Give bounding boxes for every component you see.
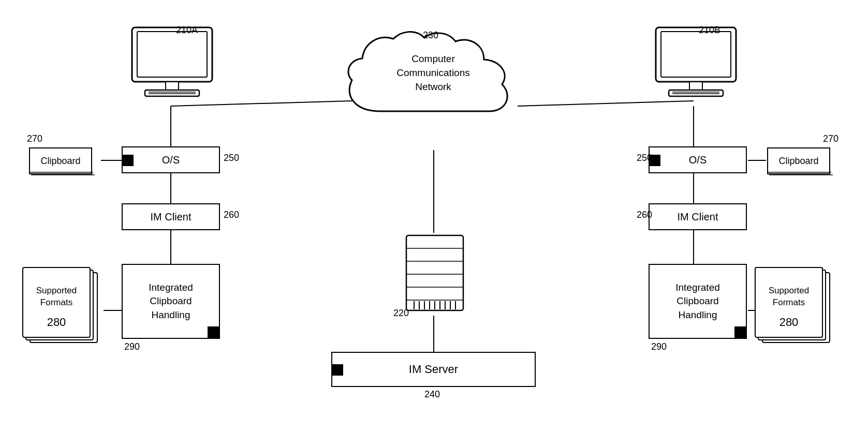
label-210a: 210A <box>176 25 198 36</box>
clipboard-b: Clipboard <box>765 145 840 178</box>
computer-b <box>645 23 746 106</box>
svg-text:Formats: Formats <box>40 297 72 307</box>
svg-text:Communications: Communications <box>396 67 470 78</box>
svg-text:Clipboard: Clipboard <box>40 156 80 166</box>
svg-rect-29 <box>406 235 463 310</box>
os-b-box: O/S <box>649 146 747 173</box>
ich-b-box: IntegratedClipboardHandling <box>649 264 747 339</box>
svg-rect-23 <box>669 90 723 96</box>
label-230: 230 <box>423 30 438 41</box>
label-250b: 250 <box>637 153 652 163</box>
label-270b: 270 <box>823 133 838 144</box>
svg-rect-21 <box>661 32 731 77</box>
ich-a-label: IntegratedClipboardHandling <box>149 281 193 322</box>
os-a-box: O/S <box>122 146 220 173</box>
im-server-label: IM Server <box>409 363 458 376</box>
svg-text:280: 280 <box>779 316 799 329</box>
label-290b: 290 <box>651 341 667 352</box>
ich-b-corner <box>734 326 746 338</box>
label-220: 220 <box>393 308 409 319</box>
network-cloud: Computer Communications Network <box>339 28 528 147</box>
svg-rect-17 <box>145 90 199 96</box>
label-240: 240 <box>424 389 440 400</box>
server-device-220 <box>401 233 468 320</box>
svg-text:Clipboard: Clipboard <box>778 156 818 166</box>
label-250a: 250 <box>224 153 239 163</box>
label-290a: 290 <box>124 341 140 352</box>
svg-text:Supported: Supported <box>36 286 77 295</box>
label-270a: 270 <box>27 133 42 144</box>
svg-text:280: 280 <box>47 316 66 329</box>
ich-b-label: IntegratedClipboardHandling <box>675 281 720 322</box>
label-210b: 210B <box>699 25 720 36</box>
clipboard-a: Clipboard <box>27 145 102 178</box>
os-a-label: O/S <box>162 154 180 166</box>
sf-b: Supported Formats 280 <box>753 266 838 351</box>
ich-a-box: IntegratedClipboardHandling <box>122 264 220 339</box>
computer-a <box>122 23 223 106</box>
diagram: 210A 210B Computer Communications Networ… <box>0 0 868 432</box>
os-b-label: O/S <box>689 154 707 166</box>
sf-a: Supported Formats 280 <box>21 266 106 351</box>
ich-a-corner <box>208 326 219 338</box>
svg-text:Formats: Formats <box>773 297 805 307</box>
im-client-b-box: IM Client <box>649 203 747 230</box>
im-server-box: IM Server <box>331 352 536 387</box>
im-server-black-sq <box>332 364 343 376</box>
label-260a: 260 <box>224 210 239 220</box>
label-260b: 260 <box>637 210 652 220</box>
im-client-a-label: IM Client <box>151 211 192 223</box>
svg-text:Supported: Supported <box>769 286 809 295</box>
svg-rect-15 <box>137 32 207 77</box>
im-client-a-box: IM Client <box>122 203 220 230</box>
svg-text:Network: Network <box>415 81 451 92</box>
im-client-b-label: IM Client <box>678 211 718 223</box>
svg-text:Computer: Computer <box>411 53 455 64</box>
os-a-black-sq <box>122 155 134 166</box>
